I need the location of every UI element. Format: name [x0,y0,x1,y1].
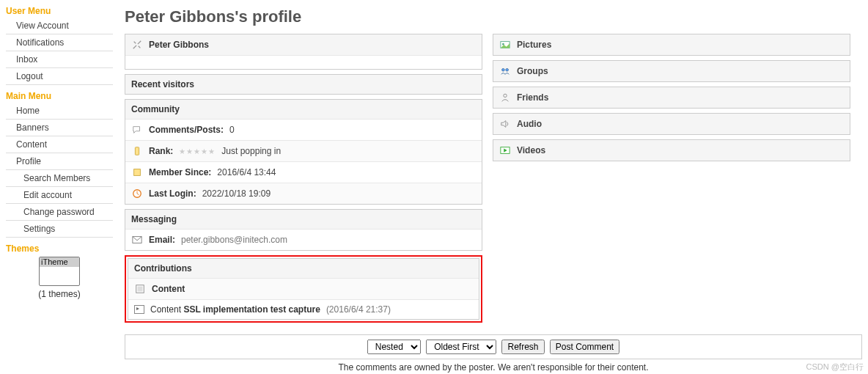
comments-icon [131,124,143,136]
videos-link[interactable]: Videos [517,145,545,155]
profile-name: Peter Gibbons [149,40,209,50]
contributions-header: Contributions [128,259,479,279]
rank-label: Rank: [149,146,173,156]
comments-toolbar: Nested Oldest First Refresh Post Comment [125,334,862,359]
contributions-panel: Contributions Content Content SSL implem… [128,258,479,320]
pictures-panel: Pictures [493,34,850,56]
menu-logout[interactable]: Logout [6,68,113,85]
svg-point-9 [506,69,509,72]
contribution-date: (2016/6/4 21:37) [326,304,391,315]
audio-icon [499,118,511,130]
menu-change-password[interactable]: Change password [6,204,113,221]
profile-right-column: Pictures Groups Friends Audio Videos [493,34,850,166]
svg-point-10 [504,94,507,97]
main-menu-title: Main Menu [6,91,113,101]
groups-icon [499,65,511,77]
profile-left-column: Peter Gibbons Recent visitors Community … [125,34,482,329]
name-panel: Peter Gibbons [125,34,482,70]
email-label: Email: [149,235,175,245]
content-subheader: Content [152,284,185,294]
recent-visitors-header: Recent visitors [125,75,482,94]
rank-icon [131,145,143,157]
page-title: Peter Gibbons's profile [125,7,862,26]
user-menu-title: User Menu [6,6,113,16]
friends-link[interactable]: Friends [517,92,548,103]
groups-panel: Groups [493,60,850,82]
videos-icon [499,144,511,156]
menu-banners[interactable]: Banners [6,120,113,136]
themes-select[interactable]: iTheme [39,257,80,286]
clock-icon [131,188,143,199]
comments-value: 0 [229,125,235,135]
contribution-link[interactable]: Content SSL implementation test capture [150,304,320,315]
main-menu-list: Home Banners Content Profile Search Memb… [6,103,113,238]
name-panel-body [125,56,482,69]
contributions-highlight: Contributions Content Content SSL implem… [125,255,482,323]
sidebar: User Menu View Account Notifications Inb… [0,0,117,374]
pictures-link[interactable]: Pictures [517,40,551,50]
refresh-button[interactable]: Refresh [501,340,544,354]
themes-box: iTheme (1 themes) [6,257,113,299]
messaging-panel: Messaging Email: peter.gibbons@initech.c… [125,209,482,251]
last-login-value: 2022/10/18 19:09 [202,188,271,199]
rank-stars: ★★★★★ [179,147,216,155]
post-comment-button[interactable]: Post Comment [550,340,619,354]
tools-icon [131,39,143,51]
friends-panel: Friends [493,87,850,109]
menu-profile[interactable]: Profile [6,153,113,170]
menu-home[interactable]: Home [6,103,113,120]
friends-icon [499,92,511,103]
menu-notifications[interactable]: Notifications [6,34,113,51]
themes-title: Themes [6,243,113,254]
menu-view-account[interactable]: View Account [6,18,113,34]
main-content: Peter Gibbons's profile Peter Gibbons Re… [117,0,868,374]
videos-panel: Videos [493,139,850,161]
svg-rect-1 [134,169,141,176]
community-header: Community [125,100,482,120]
groups-link[interactable]: Groups [517,66,548,76]
content-icon [134,283,146,295]
email-value[interactable]: peter.gibbons@initech.com [181,235,287,245]
view-mode-select[interactable]: Nested [367,340,421,354]
pictures-icon [499,39,511,51]
comments-label: Comments/Posts: [149,125,224,135]
menu-settings[interactable]: Settings [6,221,113,238]
menu-search-members[interactable]: Search Members [6,170,113,187]
last-login-label: Last Login: [149,188,196,199]
themes-count: (1 themes) [6,289,113,299]
theme-option: iTheme [40,257,79,267]
messaging-header: Messaging [125,210,482,230]
sort-mode-select[interactable]: Oldest First [426,340,496,354]
member-since-icon [131,166,143,178]
svg-rect-0 [135,147,139,155]
member-since-value: 2016/6/4 13:44 [217,167,276,177]
envelope-icon [131,234,143,246]
member-since-label: Member Since: [149,167,211,177]
audio-link[interactable]: Audio [517,119,542,129]
watermark: CSDN @空白行 [806,362,864,373]
menu-inbox[interactable]: Inbox [6,51,113,68]
recent-visitors-panel: Recent visitors [125,74,482,95]
broken-image-icon [134,305,144,314]
audio-panel: Audio [493,113,850,135]
svg-point-8 [502,69,505,72]
community-panel: Community Comments/Posts: 0 Rank: ★★★ [125,99,482,205]
comments-disclaimer: The comments are owned by the poster. We… [125,362,862,373]
svg-rect-5 [138,287,143,292]
menu-content[interactable]: Content [6,136,113,153]
user-menu-list: View Account Notifications Inbox Logout [6,18,113,85]
menu-edit-account[interactable]: Edit account [6,187,113,204]
rank-text: Just popping in [221,146,281,156]
